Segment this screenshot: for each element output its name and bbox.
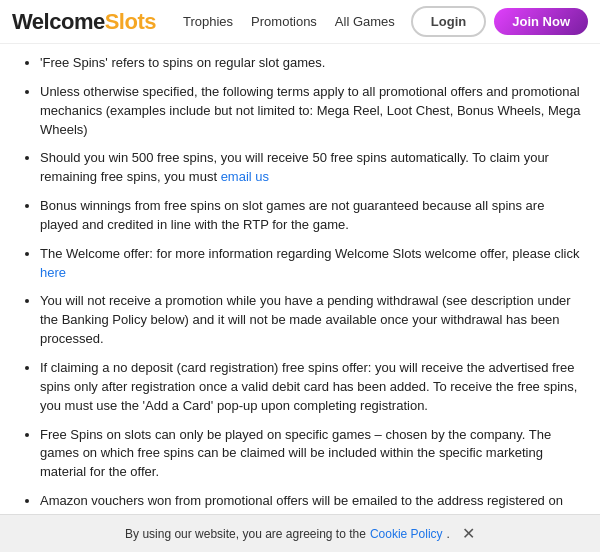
- list-item: You will not receive a promotion while y…: [40, 292, 582, 349]
- item-text: 'Free Spins' refers to spins on regular …: [40, 55, 325, 70]
- list-item: 'Free Spins' refers to spins on regular …: [40, 54, 582, 73]
- email-us-link[interactable]: email us: [221, 169, 269, 184]
- list-item: Free Spins on slots can only be played o…: [40, 426, 582, 483]
- terms-content: 'Free Spins' refers to spins on regular …: [0, 44, 600, 514]
- nav-trophies[interactable]: Trophies: [183, 14, 233, 29]
- item-text: Amazon vouchers won from promotional off…: [40, 493, 563, 514]
- list-item: Bonus winnings from free spins on slot g…: [40, 197, 582, 235]
- item-text: You will not receive a promotion while y…: [40, 293, 571, 346]
- cookie-policy-link[interactable]: Cookie Policy: [370, 527, 443, 541]
- logo-welcome: Welcome: [12, 9, 105, 34]
- login-button[interactable]: Login: [411, 6, 486, 37]
- here-link[interactable]: here: [40, 265, 66, 280]
- item-text: Bonus winnings from free spins on slot g…: [40, 198, 544, 232]
- list-item: Amazon vouchers won from promotional off…: [40, 492, 582, 514]
- nav: Trophies Promotions All Games: [183, 14, 395, 29]
- item-text: If claiming a no deposit (card registrat…: [40, 360, 577, 413]
- list-item: If claiming a no deposit (card registrat…: [40, 359, 582, 416]
- item-text: Free Spins on slots can only be played o…: [40, 427, 551, 480]
- cookie-banner: By using our website, you are agreeing t…: [0, 514, 600, 552]
- logo-slots: Slots: [105, 9, 156, 34]
- logo: WelcomeSlots: [12, 9, 156, 35]
- header: WelcomeSlots Trophies Promotions All Gam…: [0, 0, 600, 44]
- nav-all-games[interactable]: All Games: [335, 14, 395, 29]
- list-item: Should you win 500 free spins, you will …: [40, 149, 582, 187]
- list-item: The Welcome offer: for more information …: [40, 245, 582, 283]
- list-item: Unless otherwise specified, the followin…: [40, 83, 582, 140]
- item-text: Unless otherwise specified, the followin…: [40, 84, 581, 137]
- cookie-text-before: By using our website, you are agreeing t…: [125, 527, 366, 541]
- nav-promotions[interactable]: Promotions: [251, 14, 317, 29]
- item-text-before: Should you win 500 free spins, you will …: [40, 150, 549, 184]
- item-text-before: The Welcome offer: for more information …: [40, 246, 580, 261]
- cookie-text-after: .: [447, 527, 450, 541]
- cookie-close-button[interactable]: ✕: [462, 526, 475, 542]
- terms-list: 'Free Spins' refers to spins on regular …: [18, 54, 582, 514]
- join-button[interactable]: Join Now: [494, 8, 588, 35]
